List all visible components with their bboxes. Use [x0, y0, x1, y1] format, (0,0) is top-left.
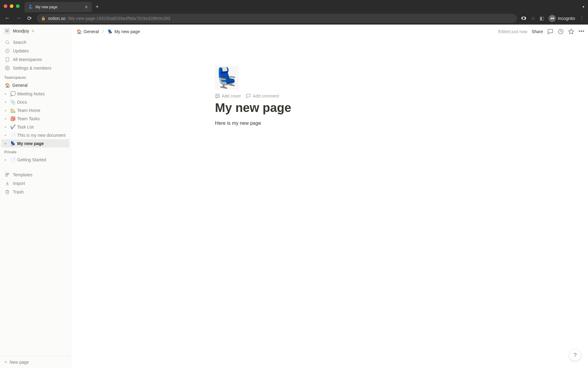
- add-cover-button[interactable]: Add cover: [215, 94, 241, 98]
- page-emoji-icon: 🎒: [10, 116, 16, 121]
- svg-rect-12: [8, 173, 9, 175]
- window-maximize-button[interactable]: [16, 4, 20, 8]
- sidebar-search-label: Search: [13, 40, 26, 45]
- browser-toolbar: ← → ⟳ 🔒 notion.so/My-new-page-193190a823…: [0, 12, 588, 25]
- incognito-badge[interactable]: 🕶 Incognito: [548, 15, 575, 22]
- page-title[interactable]: My new page: [215, 100, 347, 115]
- more-menu-button[interactable]: •••: [579, 28, 584, 35]
- panel-icon[interactable]: ◧: [540, 15, 544, 21]
- eye-off-icon[interactable]: 👁‍🗨: [521, 15, 527, 21]
- tab-overflow-button[interactable]: ▾: [582, 5, 584, 9]
- breadcrumb-label: My new page: [115, 29, 140, 34]
- plus-icon: +: [4, 359, 7, 365]
- page-label: Team Home: [17, 108, 40, 113]
- sidebar-import[interactable]: Import: [1, 179, 70, 188]
- chevron-right-icon[interactable]: ▸: [2, 91, 9, 97]
- browser-back-button[interactable]: ←: [4, 15, 11, 21]
- sidebar-all-teamspaces-label: All teamspaces: [13, 57, 42, 62]
- browser-reload-button[interactable]: ⟳: [26, 15, 33, 22]
- sidebar-page-item[interactable]: ▸🎒Team Tasks: [1, 114, 70, 123]
- sidebar-import-label: Import: [13, 181, 25, 186]
- sidebar-templates-label: Templates: [13, 172, 32, 177]
- browser-address-bar[interactable]: 🔒 notion.so/My-new-page-193190a8239a4f9d…: [37, 14, 517, 23]
- page-icon[interactable]: 💺: [215, 66, 239, 90]
- teamspace-general[interactable]: 🏠 General: [1, 81, 70, 90]
- private-header: Private: [0, 148, 71, 155]
- teamspace-name: General: [12, 83, 28, 88]
- edited-timestamp: Edited just now: [498, 29, 527, 34]
- sidebar-settings[interactable]: Settings & members: [1, 64, 70, 72]
- sidebar-page-item[interactable]: ▸💭Meeting Notes: [1, 90, 70, 98]
- clock-icon: [4, 48, 10, 54]
- page-emoji-icon: 📄: [10, 132, 16, 138]
- favorite-star-icon[interactable]: [568, 29, 574, 35]
- sidebar-updates[interactable]: Updates: [1, 47, 70, 55]
- svg-marker-15: [569, 29, 574, 34]
- sidebar-page-item[interactable]: ▸✔️Task List: [1, 123, 70, 131]
- breadcrumb-general[interactable]: 🏠 General: [75, 28, 101, 35]
- add-cover-label: Add cover: [222, 94, 241, 98]
- svg-rect-3: [6, 58, 9, 61]
- breadcrumb: 🏠 General / 💺 My new page: [75, 28, 142, 35]
- sidebar-page-item[interactable]: ▸📄This is my new document: [1, 131, 70, 139]
- page-emoji-icon: ✔️: [10, 124, 16, 130]
- sidebar-templates[interactable]: Templates: [1, 171, 70, 179]
- share-button[interactable]: Share: [532, 29, 543, 34]
- browser-tab-strip: 💺 My new page ✕ + ▾: [0, 0, 588, 12]
- page-emoji-icon: 📎: [10, 99, 16, 105]
- help-button[interactable]: ?: [570, 350, 581, 361]
- page-label: This is my new document: [17, 133, 66, 138]
- chevron-right-icon[interactable]: ▸: [2, 140, 9, 147]
- add-comment-button[interactable]: Add comment: [246, 94, 279, 98]
- window-close-button[interactable]: [4, 4, 7, 8]
- chevron-right-icon[interactable]: ▸: [2, 157, 9, 163]
- svg-point-0: [6, 41, 9, 44]
- lock-icon: 🔒: [41, 16, 46, 21]
- chevron-right-icon[interactable]: ▸: [2, 107, 9, 113]
- page-label: Team Tasks: [17, 116, 40, 121]
- page-body-text[interactable]: Here is my new page: [215, 121, 347, 126]
- topbar: 🏠 General / 💺 My new page Edited just no…: [71, 25, 588, 38]
- browser-menu-button[interactable]: ⋮: [579, 15, 584, 21]
- chevron-right-icon[interactable]: ▸: [2, 116, 9, 122]
- sidebar: M Moodjoy ⇅ Search Updates All: [0, 25, 71, 368]
- sidebar-page-item[interactable]: ▸🏡Team Home: [1, 106, 70, 114]
- url-path: /My-new-page-193190a8239a4f9da7919e326fe…: [68, 16, 170, 21]
- history-icon[interactable]: [558, 29, 564, 35]
- browser-forward-button[interactable]: →: [15, 15, 22, 21]
- sidebar-page-item[interactable]: ▸📎Docs: [1, 98, 70, 106]
- incognito-icon: 🕶: [548, 15, 556, 22]
- sidebar-page-item[interactable]: ▸💺My new page: [1, 139, 70, 148]
- window-controls: [4, 4, 20, 8]
- sidebar-search[interactable]: Search: [1, 38, 70, 47]
- sidebar-private-page-item[interactable]: ▸📄Getting Started: [1, 155, 70, 164]
- breadcrumb-current-page[interactable]: 💺 My new page: [106, 28, 142, 35]
- svg-rect-13: [6, 175, 7, 177]
- workspace-switcher[interactable]: M Moodjoy ⇅: [0, 25, 71, 37]
- seat-emoji-icon: 💺: [215, 66, 239, 90]
- svg-point-10: [7, 67, 8, 69]
- trash-icon: [4, 189, 10, 195]
- breadcrumb-emoji-icon: 💺: [107, 29, 113, 34]
- comments-icon[interactable]: [547, 29, 553, 35]
- search-icon: [4, 39, 10, 45]
- breadcrumb-emoji-icon: 🏠: [77, 29, 82, 34]
- chevron-right-icon[interactable]: ▸: [2, 132, 9, 138]
- templates-icon: [4, 172, 10, 178]
- chevron-right-icon[interactable]: ▸: [2, 124, 9, 130]
- svg-point-17: [217, 95, 217, 96]
- window-minimize-button[interactable]: [10, 4, 13, 8]
- page-emoji-icon: 🏡: [10, 108, 16, 113]
- page-label: Getting Started: [17, 157, 46, 162]
- new-page-button[interactable]: + New page: [0, 356, 71, 368]
- browser-tab[interactable]: 💺 My new page ✕: [24, 2, 92, 12]
- sidebar-all-teamspaces[interactable]: All teamspaces: [1, 55, 70, 64]
- page-label: Meeting Notes: [17, 91, 45, 96]
- sidebar-trash[interactable]: Trash: [1, 188, 70, 196]
- page-label: Docs: [17, 100, 27, 105]
- tab-close-button[interactable]: ✕: [85, 5, 88, 10]
- chevron-right-icon[interactable]: ▸: [2, 99, 9, 105]
- sidebar-settings-label: Settings & members: [13, 66, 51, 71]
- bookmark-star-icon[interactable]: ☆: [531, 15, 535, 21]
- new-tab-button[interactable]: +: [96, 4, 99, 10]
